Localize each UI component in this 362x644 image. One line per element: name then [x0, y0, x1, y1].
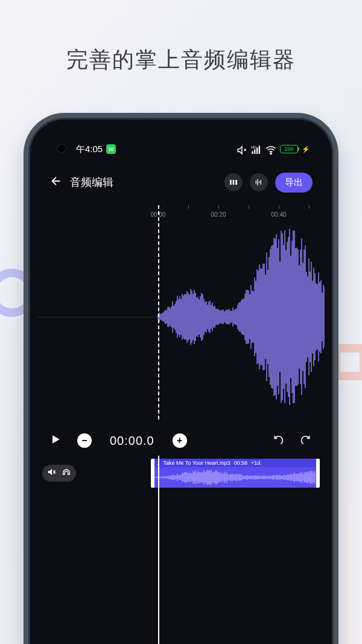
- svg-rect-6: [230, 180, 232, 185]
- mute-button[interactable]: [47, 467, 57, 479]
- status-indicator-icon: ✉: [106, 144, 116, 154]
- decorative-square: [332, 344, 362, 380]
- clip-duration: 00:58: [233, 460, 247, 466]
- transport-bar: − 00:00.0 +: [37, 426, 325, 456]
- waveform-display[interactable]: [37, 220, 325, 413]
- status-bar: 午4:05 ✉ HD 100 ⚡: [37, 141, 325, 157]
- charging-icon: ⚡: [302, 145, 310, 153]
- svg-rect-9: [256, 180, 256, 183]
- phone-screen: 午4:05 ✉ HD 100 ⚡ 音频编辑: [37, 127, 325, 644]
- app-header: 音频编辑 导出: [37, 164, 325, 200]
- svg-text:HD: HD: [251, 145, 256, 149]
- mute-solo-toggle: [42, 465, 76, 482]
- svg-rect-3: [259, 146, 260, 155]
- svg-rect-10: [257, 179, 258, 186]
- clip-waveform: [154, 467, 316, 488]
- screen-title: 音频编辑: [70, 175, 113, 190]
- ruler-label: 00:20: [211, 211, 226, 218]
- playhead[interactable]: [158, 205, 159, 419]
- zoom-out-button[interactable]: −: [77, 433, 92, 448]
- signal-icon: HD: [251, 145, 262, 153]
- zoom-in-button[interactable]: +: [173, 433, 187, 448]
- audio-clip[interactable]: ♪ Take Me To Your Heart.mp3 00:58 +1d.: [151, 459, 320, 488]
- svg-rect-12: [261, 180, 261, 185]
- svg-rect-7: [233, 180, 235, 185]
- svg-rect-0: [252, 151, 253, 155]
- back-button[interactable]: [49, 174, 63, 190]
- redo-button[interactable]: [298, 433, 313, 448]
- ruler-label: 00:40: [271, 211, 286, 218]
- phone-frame: 午4:05 ✉ HD 100 ⚡ 音频编辑: [28, 118, 334, 644]
- mute-icon: [237, 145, 247, 153]
- time-display: 00:00.0: [110, 434, 154, 448]
- playhead-track[interactable]: [158, 456, 159, 644]
- layout-icon-button[interactable]: [224, 173, 243, 191]
- time-ruler[interactable]: 00:00 00:20 00:40: [37, 205, 325, 218]
- svg-rect-1: [254, 150, 255, 155]
- solo-button[interactable]: [62, 467, 71, 479]
- svg-rect-11: [259, 182, 259, 183]
- svg-rect-2: [256, 148, 258, 155]
- svg-rect-8: [235, 180, 237, 185]
- clip-label: ♪ Take Me To Your Heart.mp3 00:58 +1d.: [154, 459, 316, 467]
- clip-extra: +1d.: [251, 460, 262, 466]
- marketing-heading: 完善的掌上音频编辑器: [0, 0, 362, 75]
- play-button[interactable]: [49, 433, 62, 448]
- waveform-svg: [37, 220, 325, 413]
- waveform-icon-button[interactable]: [250, 173, 268, 191]
- status-time: 午4:05: [76, 144, 103, 155]
- battery-icon: 100: [280, 145, 298, 153]
- track-row: ♪ Take Me To Your Heart.mp3 00:58 +1d.: [37, 456, 325, 491]
- wifi-icon: [265, 145, 276, 153]
- clip-filename: Take Me To Your Heart.mp3: [164, 460, 230, 466]
- svg-point-5: [270, 153, 272, 154]
- export-button[interactable]: 导出: [275, 173, 313, 193]
- undo-button[interactable]: [272, 433, 286, 448]
